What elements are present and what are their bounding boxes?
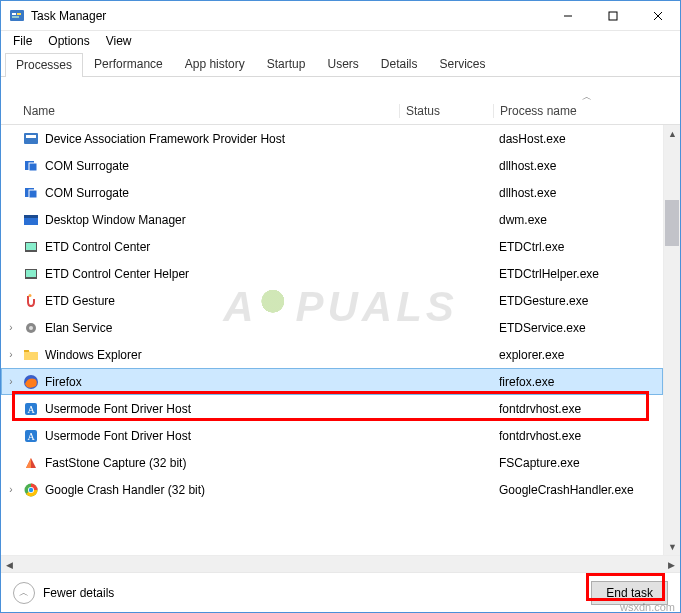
menu-file[interactable]: File xyxy=(5,32,40,50)
tab-performance[interactable]: Performance xyxy=(83,52,174,76)
svg-rect-8 xyxy=(24,133,38,144)
attribution-text: wsxdn.com xyxy=(620,601,675,613)
row-expander-icon[interactable]: › xyxy=(1,484,21,495)
process-name-cell: ETD Control Center Helper xyxy=(41,267,399,281)
hscroll-right-icon[interactable]: ▶ xyxy=(663,556,680,573)
process-name-cell: Windows Explorer xyxy=(41,348,399,362)
process-exe-cell: dllhost.exe xyxy=(493,159,663,173)
process-row[interactable]: ›Firefoxfirefox.exe xyxy=(1,368,663,395)
window-title: Task Manager xyxy=(31,9,545,23)
titlebar[interactable]: Task Manager xyxy=(1,1,680,31)
process-pane: Device Association Framework Provider Ho… xyxy=(1,125,680,555)
process-row[interactable]: ›Elan ServiceETDService.exe xyxy=(1,314,663,341)
scroll-down-icon[interactable]: ▼ xyxy=(664,538,680,555)
process-row[interactable]: ETD GestureETDGesture.exe xyxy=(1,287,663,314)
process-icon xyxy=(21,347,41,363)
svg-rect-23 xyxy=(24,350,29,352)
scroll-track[interactable] xyxy=(664,142,680,538)
horizontal-scrollbar[interactable]: ◀ ▶ xyxy=(1,555,680,572)
svg-rect-17 xyxy=(26,243,36,250)
process-row[interactable]: ›Windows Explorerexplorer.exe xyxy=(1,341,663,368)
process-exe-cell: firefox.exe xyxy=(493,375,663,389)
scroll-up-icon[interactable]: ▲ xyxy=(664,125,680,142)
column-process-name[interactable]: ︿ Process name xyxy=(493,104,680,118)
process-exe-cell: dllhost.exe xyxy=(493,186,663,200)
process-row[interactable]: Desktop Window Managerdwm.exe xyxy=(1,206,663,233)
maximize-button[interactable] xyxy=(590,1,635,31)
row-expander-icon[interactable]: › xyxy=(1,349,21,360)
svg-rect-0 xyxy=(10,10,24,21)
close-button[interactable] xyxy=(635,1,680,31)
menu-options[interactable]: Options xyxy=(40,32,97,50)
process-name-cell: Device Association Framework Provider Ho… xyxy=(41,132,399,146)
svg-rect-15 xyxy=(24,215,38,218)
scroll-thumb[interactable] xyxy=(665,200,679,246)
svg-rect-19 xyxy=(26,270,36,277)
process-exe-cell: GoogleCrashHandler.exe xyxy=(493,483,663,497)
process-icon xyxy=(21,212,41,228)
process-icon xyxy=(21,482,41,498)
tabstrip: Processes Performance App history Startu… xyxy=(1,51,680,77)
svg-text:A: A xyxy=(27,431,35,442)
svg-rect-1 xyxy=(12,13,16,15)
hscroll-track[interactable] xyxy=(18,556,663,572)
svg-text:A: A xyxy=(27,404,35,415)
hscroll-left-icon[interactable]: ◀ xyxy=(1,556,18,573)
process-name-cell: FastStone Capture (32 bit) xyxy=(41,456,399,470)
process-exe-cell: ETDCtrl.exe xyxy=(493,240,663,254)
fewer-details-toggle[interactable]: ︿ Fewer details xyxy=(13,582,591,604)
process-icon xyxy=(21,239,41,255)
column-name[interactable]: Name xyxy=(1,104,399,118)
svg-rect-5 xyxy=(609,12,617,20)
tab-users[interactable]: Users xyxy=(316,52,369,76)
process-row[interactable]: ETD Control Center HelperETDCtrlHelper.e… xyxy=(1,260,663,287)
process-exe-cell: ETDCtrlHelper.exe xyxy=(493,267,663,281)
process-list[interactable]: Device Association Framework Provider Ho… xyxy=(1,125,663,555)
process-name-cell: Google Crash Handler (32 bit) xyxy=(41,483,399,497)
process-icon xyxy=(21,320,41,336)
process-name-cell: Desktop Window Manager xyxy=(41,213,399,227)
process-exe-cell: dwm.exe xyxy=(493,213,663,227)
process-name-cell: Usermode Font Driver Host xyxy=(41,402,399,416)
process-icon xyxy=(21,185,41,201)
process-icon xyxy=(21,374,41,390)
process-icon: A xyxy=(21,428,41,444)
process-exe-cell: dasHost.exe xyxy=(493,132,663,146)
svg-rect-11 xyxy=(29,163,37,171)
process-icon xyxy=(21,266,41,282)
row-expander-icon[interactable]: › xyxy=(1,322,21,333)
process-name-cell: Firefox xyxy=(41,375,399,389)
process-name-cell: ETD Gesture xyxy=(41,294,399,308)
tab-details[interactable]: Details xyxy=(370,52,429,76)
process-exe-cell: FSCapture.exe xyxy=(493,456,663,470)
process-row[interactable]: AUsermode Font Driver Hostfontdrvhost.ex… xyxy=(1,422,663,449)
process-name-cell: COM Surrogate xyxy=(41,159,399,173)
process-exe-cell: ETDGesture.exe xyxy=(493,294,663,308)
column-status[interactable]: Status xyxy=(399,104,493,118)
svg-rect-3 xyxy=(17,13,21,15)
process-row[interactable]: Device Association Framework Provider Ho… xyxy=(1,125,663,152)
svg-rect-9 xyxy=(26,135,36,138)
process-row[interactable]: AUsermode Font Driver Hostfontdrvhost.ex… xyxy=(1,395,663,422)
process-row[interactable]: COM Surrogatedllhost.exe xyxy=(1,152,663,179)
process-row[interactable]: FastStone Capture (32 bit)FSCapture.exe xyxy=(1,449,663,476)
menu-view[interactable]: View xyxy=(98,32,140,50)
vertical-scrollbar[interactable]: ▲ ▼ xyxy=(663,125,680,555)
process-row[interactable]: ETD Control CenterETDCtrl.exe xyxy=(1,233,663,260)
footer: ︿ Fewer details End task xyxy=(1,572,680,612)
svg-rect-13 xyxy=(29,190,37,198)
svg-point-22 xyxy=(29,326,33,330)
row-expander-icon[interactable]: › xyxy=(1,376,21,387)
chevron-up-icon: ︿ xyxy=(13,582,35,604)
process-name-cell: Usermode Font Driver Host xyxy=(41,429,399,443)
process-row[interactable]: COM Surrogatedllhost.exe xyxy=(1,179,663,206)
menubar: File Options View xyxy=(1,31,680,51)
tab-app-history[interactable]: App history xyxy=(174,52,256,76)
column-headers: Name Status ︿ Process name xyxy=(1,85,680,125)
tab-processes[interactable]: Processes xyxy=(5,53,83,77)
process-row[interactable]: ›Google Crash Handler (32 bit)GoogleCras… xyxy=(1,476,663,503)
tab-services[interactable]: Services xyxy=(429,52,497,76)
app-icon xyxy=(9,8,25,24)
tab-startup[interactable]: Startup xyxy=(256,52,317,76)
minimize-button[interactable] xyxy=(545,1,590,31)
